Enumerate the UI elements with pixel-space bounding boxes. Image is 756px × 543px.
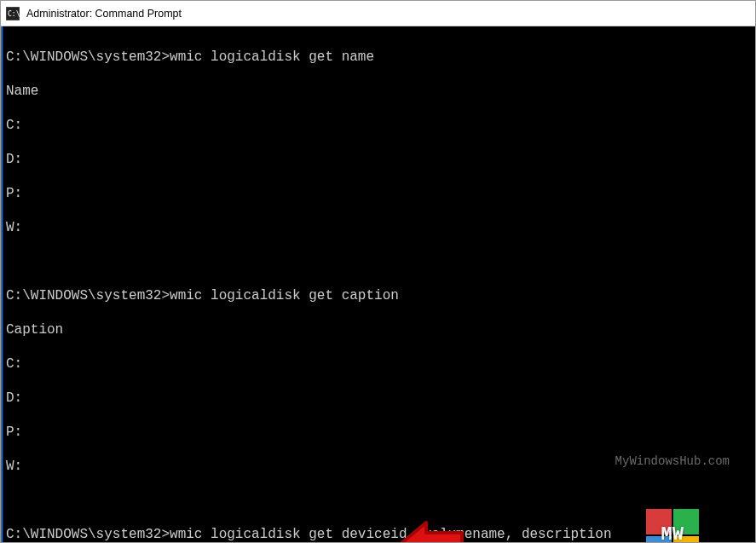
console-line: C: bbox=[6, 117, 752, 134]
console-line: Name bbox=[6, 83, 752, 100]
console-line: C:\WINDOWS\system32>wmic logicaldisk get… bbox=[6, 526, 752, 542]
console-line: C:\WINDOWS\system32>wmic logicaldisk get… bbox=[6, 287, 752, 304]
svg-text:C:\: C:\ bbox=[8, 10, 20, 18]
console-line: Caption bbox=[6, 321, 752, 338]
title-bar[interactable]: C:\ Administrator: Command Prompt bbox=[1, 1, 755, 26]
window-title: Administrator: Command Prompt bbox=[26, 8, 182, 20]
cmd-icon: C:\ bbox=[6, 7, 20, 20]
console-line: P: bbox=[6, 424, 752, 441]
console-line: D: bbox=[6, 390, 752, 407]
command-prompt-window: C:\ Administrator: Command Prompt C:\WIN… bbox=[0, 0, 756, 543]
console-line: C:\WINDOWS\system32>wmic logicaldisk get… bbox=[6, 49, 752, 66]
console-line: D: bbox=[6, 151, 752, 168]
console-line: C: bbox=[6, 355, 752, 373]
console-area[interactable]: C:\WINDOWS\system32>wmic logicaldisk get… bbox=[1, 26, 755, 542]
console-line: P: bbox=[6, 185, 752, 202]
console-line: W: bbox=[6, 458, 752, 475]
console-line: W: bbox=[6, 219, 752, 236]
